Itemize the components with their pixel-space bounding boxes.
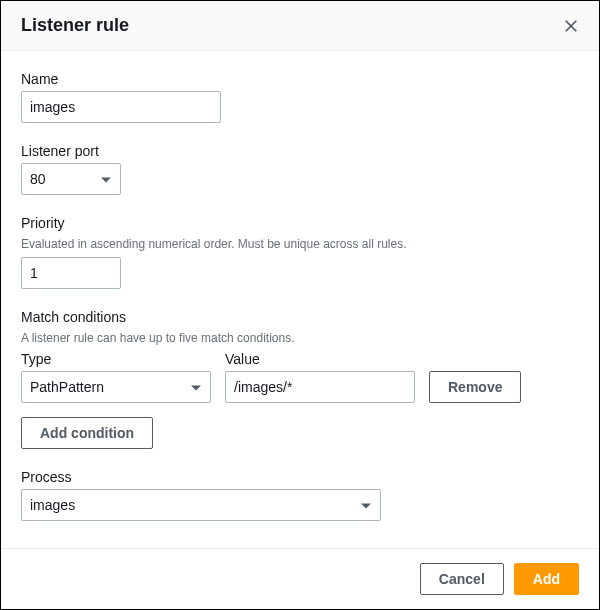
name-input[interactable] bbox=[21, 91, 221, 123]
add-condition-button[interactable]: Add condition bbox=[21, 417, 153, 449]
modal-body: Name Listener port 80 Priority Evaluated… bbox=[1, 51, 599, 548]
match-conditions-group: Match conditions A listener rule can hav… bbox=[21, 309, 579, 449]
condition-value-input[interactable] bbox=[225, 371, 415, 403]
modal-header: Listener rule bbox=[1, 1, 599, 51]
process-select[interactable]: images bbox=[21, 489, 381, 521]
priority-group: Priority Evaluated in ascending numerica… bbox=[21, 215, 579, 289]
name-group: Name bbox=[21, 71, 579, 123]
match-conditions-label: Match conditions bbox=[21, 309, 579, 325]
listener-port-select[interactable]: 80 bbox=[21, 163, 121, 195]
listener-port-group: Listener port 80 bbox=[21, 143, 579, 195]
condition-type-label: Type bbox=[21, 351, 211, 367]
priority-label: Priority bbox=[21, 215, 579, 231]
add-button[interactable]: Add bbox=[514, 563, 579, 595]
cancel-button[interactable]: Cancel bbox=[420, 563, 504, 595]
add-condition-row: Add condition bbox=[21, 417, 579, 449]
condition-value-col: Value bbox=[225, 351, 415, 403]
condition-type-col: Type PathPattern bbox=[21, 351, 211, 403]
condition-row: Type PathPattern Value Remove bbox=[21, 351, 579, 403]
condition-value-label: Value bbox=[225, 351, 415, 367]
listener-port-label: Listener port bbox=[21, 143, 579, 159]
priority-hint: Evaluated in ascending numerical order. … bbox=[21, 237, 579, 251]
modal-footer: Cancel Add bbox=[1, 548, 599, 609]
condition-type-select[interactable]: PathPattern bbox=[21, 371, 211, 403]
priority-input[interactable] bbox=[21, 257, 121, 289]
match-conditions-hint: A listener rule can have up to five matc… bbox=[21, 331, 579, 345]
process-label: Process bbox=[21, 469, 579, 485]
name-label: Name bbox=[21, 71, 579, 87]
modal-title: Listener rule bbox=[21, 15, 129, 36]
close-icon[interactable] bbox=[563, 18, 579, 34]
remove-condition-button[interactable]: Remove bbox=[429, 371, 521, 403]
listener-rule-modal: Listener rule Name Listener port 80 Prio… bbox=[0, 0, 600, 610]
process-group: Process images bbox=[21, 469, 579, 521]
